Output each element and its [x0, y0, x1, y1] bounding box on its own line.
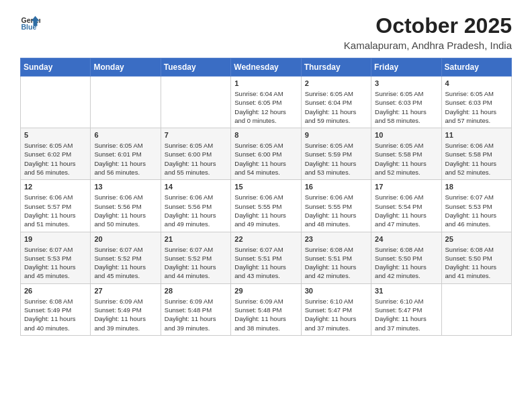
- calendar-week-row: 26Sunrise: 6:08 AM Sunset: 5:49 PM Dayli…: [21, 283, 512, 335]
- page-subtitle: Kamalapuram, Andhra Pradesh, India: [344, 40, 512, 51]
- day-info: Sunrise: 6:05 AM Sunset: 6:03 PM Dayligh…: [375, 89, 437, 125]
- day-number: 30: [305, 287, 367, 295]
- calendar-cell: 31Sunrise: 6:10 AM Sunset: 5:47 PM Dayli…: [371, 283, 441, 335]
- day-number: 13: [94, 183, 157, 191]
- day-number: 8: [234, 131, 297, 139]
- day-number: 31: [375, 287, 437, 295]
- day-info: Sunrise: 6:05 AM Sunset: 6:00 PM Dayligh…: [165, 141, 227, 177]
- day-number: 19: [24, 235, 87, 243]
- calendar-cell: [21, 77, 91, 128]
- calendar-cell: 13Sunrise: 6:06 AM Sunset: 5:56 PM Dayli…: [91, 180, 161, 232]
- day-number: 20: [94, 235, 157, 243]
- calendar-cell: [441, 283, 511, 335]
- day-number: 29: [234, 287, 297, 295]
- calendar-cell: 14Sunrise: 6:06 AM Sunset: 5:56 PM Dayli…: [161, 180, 230, 232]
- day-number: 2: [305, 79, 367, 87]
- calendar-header-tuesday: Tuesday: [161, 58, 230, 77]
- day-number: 16: [305, 183, 367, 191]
- day-info: Sunrise: 6:08 AM Sunset: 5:50 PM Dayligh…: [375, 245, 437, 281]
- calendar-header-friday: Friday: [371, 58, 441, 77]
- calendar-cell: 23Sunrise: 6:08 AM Sunset: 5:51 PM Dayli…: [301, 232, 371, 283]
- calendar-cell: 6Sunrise: 6:05 AM Sunset: 6:01 PM Daylig…: [91, 128, 161, 180]
- calendar-header-saturday: Saturday: [441, 58, 511, 77]
- day-number: 17: [375, 183, 437, 191]
- calendar-cell: 1Sunrise: 6:04 AM Sunset: 6:05 PM Daylig…: [231, 77, 301, 128]
- day-info: Sunrise: 6:05 AM Sunset: 6:02 PM Dayligh…: [24, 141, 87, 177]
- day-number: 22: [234, 235, 297, 243]
- calendar-cell: 15Sunrise: 6:06 AM Sunset: 5:55 PM Dayli…: [231, 180, 301, 232]
- calendar-cell: 22Sunrise: 6:07 AM Sunset: 5:51 PM Dayli…: [231, 232, 301, 283]
- day-number: 11: [445, 131, 508, 139]
- day-info: Sunrise: 6:06 AM Sunset: 5:54 PM Dayligh…: [375, 193, 437, 228]
- day-info: Sunrise: 6:10 AM Sunset: 5:47 PM Dayligh…: [305, 297, 367, 332]
- day-info: Sunrise: 6:05 AM Sunset: 6:01 PM Dayligh…: [94, 141, 157, 177]
- day-info: Sunrise: 6:10 AM Sunset: 5:47 PM Dayligh…: [375, 297, 437, 332]
- day-info: Sunrise: 6:07 AM Sunset: 5:51 PM Dayligh…: [234, 245, 297, 281]
- calendar-cell: 19Sunrise: 6:07 AM Sunset: 5:53 PM Dayli…: [21, 232, 91, 283]
- calendar-cell: 18Sunrise: 6:07 AM Sunset: 5:53 PM Dayli…: [441, 180, 511, 232]
- calendar-cell: 25Sunrise: 6:08 AM Sunset: 5:50 PM Dayli…: [441, 232, 511, 283]
- calendar-cell: 5Sunrise: 6:05 AM Sunset: 6:02 PM Daylig…: [21, 128, 91, 180]
- calendar-header-sunday: Sunday: [21, 58, 91, 77]
- calendar-cell: 26Sunrise: 6:08 AM Sunset: 5:49 PM Dayli…: [21, 283, 91, 335]
- calendar-cell: 29Sunrise: 6:09 AM Sunset: 5:48 PM Dayli…: [231, 283, 301, 335]
- calendar-header-wednesday: Wednesday: [231, 58, 301, 77]
- day-info: Sunrise: 6:07 AM Sunset: 5:52 PM Dayligh…: [94, 245, 157, 281]
- day-info: Sunrise: 6:07 AM Sunset: 5:53 PM Dayligh…: [445, 193, 508, 228]
- calendar-cell: 7Sunrise: 6:05 AM Sunset: 6:00 PM Daylig…: [161, 128, 230, 180]
- calendar-week-row: 5Sunrise: 6:05 AM Sunset: 6:02 PM Daylig…: [21, 128, 512, 180]
- day-number: 23: [305, 235, 367, 243]
- day-info: Sunrise: 6:08 AM Sunset: 5:50 PM Dayligh…: [445, 245, 508, 281]
- day-info: Sunrise: 6:09 AM Sunset: 5:48 PM Dayligh…: [234, 297, 297, 332]
- calendar-cell: 21Sunrise: 6:07 AM Sunset: 5:52 PM Dayli…: [161, 232, 230, 283]
- day-number: 10: [375, 131, 437, 139]
- calendar-week-row: 19Sunrise: 6:07 AM Sunset: 5:53 PM Dayli…: [21, 232, 512, 283]
- day-info: Sunrise: 6:06 AM Sunset: 5:56 PM Dayligh…: [94, 193, 157, 228]
- day-info: Sunrise: 6:07 AM Sunset: 5:52 PM Dayligh…: [165, 245, 227, 281]
- day-number: 26: [24, 287, 87, 295]
- day-info: Sunrise: 6:06 AM Sunset: 5:55 PM Dayligh…: [234, 193, 297, 228]
- calendar-cell: 4Sunrise: 6:05 AM Sunset: 6:03 PM Daylig…: [441, 77, 511, 128]
- calendar-table: SundayMondayTuesdayWednesdayThursdayFrid…: [20, 58, 512, 336]
- calendar-header-monday: Monday: [91, 58, 161, 77]
- day-number: 6: [94, 131, 157, 139]
- day-info: Sunrise: 6:05 AM Sunset: 5:59 PM Dayligh…: [305, 141, 367, 177]
- day-info: Sunrise: 6:06 AM Sunset: 5:55 PM Dayligh…: [305, 193, 367, 228]
- day-number: 24: [375, 235, 437, 243]
- day-number: 4: [445, 79, 508, 87]
- calendar-cell: 2Sunrise: 6:05 AM Sunset: 6:04 PM Daylig…: [301, 77, 371, 128]
- calendar-cell: 9Sunrise: 6:05 AM Sunset: 5:59 PM Daylig…: [301, 128, 371, 180]
- calendar-cell: 27Sunrise: 6:09 AM Sunset: 5:49 PM Dayli…: [91, 283, 161, 335]
- calendar-week-row: 1Sunrise: 6:04 AM Sunset: 6:05 PM Daylig…: [21, 77, 512, 128]
- day-info: Sunrise: 6:05 AM Sunset: 6:00 PM Dayligh…: [234, 141, 297, 177]
- header: General Blue October 2025 Kamalapuram, A…: [20, 13, 512, 51]
- day-number: 5: [24, 131, 87, 139]
- day-info: Sunrise: 6:05 AM Sunset: 6:04 PM Dayligh…: [305, 89, 367, 125]
- calendar-cell: 17Sunrise: 6:06 AM Sunset: 5:54 PM Dayli…: [371, 180, 441, 232]
- day-number: 25: [445, 235, 508, 243]
- day-number: 27: [94, 287, 157, 295]
- calendar-cell: 3Sunrise: 6:05 AM Sunset: 6:03 PM Daylig…: [371, 77, 441, 128]
- calendar-cell: 28Sunrise: 6:09 AM Sunset: 5:48 PM Dayli…: [161, 283, 230, 335]
- day-info: Sunrise: 6:09 AM Sunset: 5:49 PM Dayligh…: [94, 297, 157, 332]
- calendar-cell: 11Sunrise: 6:06 AM Sunset: 5:58 PM Dayli…: [441, 128, 511, 180]
- day-info: Sunrise: 6:07 AM Sunset: 5:53 PM Dayligh…: [24, 245, 87, 281]
- day-info: Sunrise: 6:05 AM Sunset: 5:58 PM Dayligh…: [375, 141, 437, 177]
- calendar-cell: 8Sunrise: 6:05 AM Sunset: 6:00 PM Daylig…: [231, 128, 301, 180]
- day-number: 9: [305, 131, 367, 139]
- calendar-cell: 12Sunrise: 6:06 AM Sunset: 5:57 PM Dayli…: [21, 180, 91, 232]
- calendar-cell: 24Sunrise: 6:08 AM Sunset: 5:50 PM Dayli…: [371, 232, 441, 283]
- day-number: 18: [445, 183, 508, 191]
- day-info: Sunrise: 6:06 AM Sunset: 5:58 PM Dayligh…: [445, 141, 508, 177]
- calendar-cell: [161, 77, 230, 128]
- calendar-cell: 20Sunrise: 6:07 AM Sunset: 5:52 PM Dayli…: [91, 232, 161, 283]
- day-info: Sunrise: 6:06 AM Sunset: 5:56 PM Dayligh…: [165, 193, 227, 228]
- day-number: 21: [165, 235, 227, 243]
- day-number: 3: [375, 79, 437, 87]
- day-number: 15: [234, 183, 297, 191]
- day-number: 1: [234, 79, 297, 87]
- calendar-cell: [91, 77, 161, 128]
- page-title: October 2025: [344, 13, 512, 38]
- calendar-header-row: SundayMondayTuesdayWednesdayThursdayFrid…: [21, 58, 512, 77]
- title-area: October 2025 Kamalapuram, Andhra Pradesh…: [344, 13, 512, 51]
